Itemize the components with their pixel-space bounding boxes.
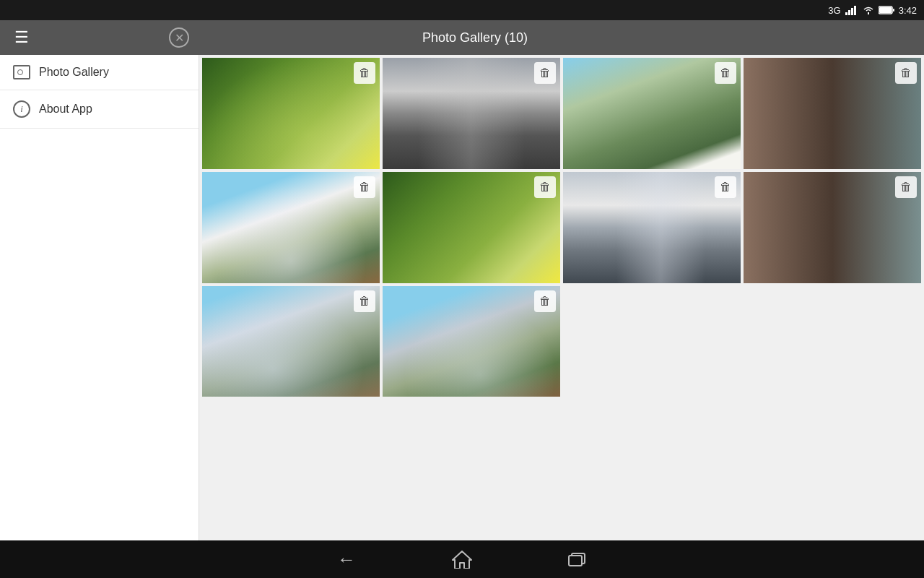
- wifi-icon: [863, 6, 874, 14]
- delete-button-7[interactable]: 🗑: [715, 176, 736, 198]
- svg-rect-6: [893, 9, 894, 12]
- status-bar: 3G 3:42: [0, 0, 924, 20]
- signal-bars-icon: [845, 5, 858, 15]
- info-icon: i: [13, 100, 30, 118]
- back-button[interactable]: ←: [332, 545, 361, 574]
- photo-item-10[interactable]: 🗑: [383, 286, 560, 397]
- photo-item-4[interactable]: 🗑: [744, 58, 921, 169]
- recent-apps-icon: [567, 551, 588, 568]
- photo-item-2[interactable]: 🗑: [383, 58, 560, 169]
- signal-strength: 3G: [828, 5, 840, 16]
- time-display: 3:42: [899, 5, 917, 16]
- delete-button-8[interactable]: 🗑: [895, 176, 917, 198]
- delete-button-1[interactable]: 🗑: [354, 62, 375, 84]
- nav-bar: ←: [0, 540, 924, 578]
- home-icon: [451, 550, 473, 569]
- recent-apps-button[interactable]: [563, 545, 592, 574]
- home-button[interactable]: [448, 545, 476, 574]
- svg-marker-7: [453, 551, 471, 569]
- delete-button-2[interactable]: 🗑: [534, 62, 556, 84]
- svg-rect-0: [845, 12, 847, 15]
- battery-icon: [879, 6, 894, 14]
- main-content: 🗑🗑🗑🗑🗑🗑🗑🗑🗑🗑: [199, 55, 924, 540]
- delete-button-4[interactable]: 🗑: [895, 62, 917, 84]
- photo-item-3[interactable]: 🗑: [563, 58, 741, 169]
- delete-button-10[interactable]: 🗑: [534, 290, 556, 312]
- sidebar-item-label-photo-gallery: Photo Gallery: [39, 66, 109, 79]
- close-button[interactable]: ✕: [169, 27, 189, 48]
- sidebar-item-label-about-app: About App: [39, 103, 92, 116]
- svg-rect-9: [569, 556, 582, 566]
- svg-rect-3: [854, 6, 856, 15]
- svg-rect-1: [848, 10, 850, 15]
- delete-button-5[interactable]: 🗑: [354, 176, 375, 198]
- sidebar: Photo Gallery i About App: [0, 55, 199, 540]
- delete-button-9[interactable]: 🗑: [354, 290, 375, 312]
- photo-item-9[interactable]: 🗑: [202, 286, 380, 397]
- photo-item-8[interactable]: 🗑: [744, 172, 921, 283]
- photo-item-7[interactable]: 🗑: [563, 172, 741, 283]
- status-icons: 3G 3:42: [828, 5, 917, 16]
- sidebar-item-about-app[interactable]: i About App: [0, 90, 199, 129]
- back-icon: ←: [337, 548, 356, 571]
- photo-icon: [13, 65, 30, 79]
- sidebar-toolbar-area: ✕: [0, 20, 199, 55]
- sidebar-item-photo-gallery[interactable]: Photo Gallery: [0, 55, 199, 90]
- photo-item-5[interactable]: 🗑: [202, 172, 380, 283]
- photo-item-6[interactable]: 🗑: [383, 172, 560, 283]
- delete-button-3[interactable]: 🗑: [715, 62, 736, 84]
- svg-rect-2: [851, 8, 853, 15]
- svg-rect-5: [879, 7, 892, 13]
- delete-button-6[interactable]: 🗑: [534, 176, 556, 198]
- photo-item-1[interactable]: 🗑: [202, 58, 380, 169]
- photo-grid: 🗑🗑🗑🗑🗑🗑🗑🗑🗑🗑: [199, 55, 924, 400]
